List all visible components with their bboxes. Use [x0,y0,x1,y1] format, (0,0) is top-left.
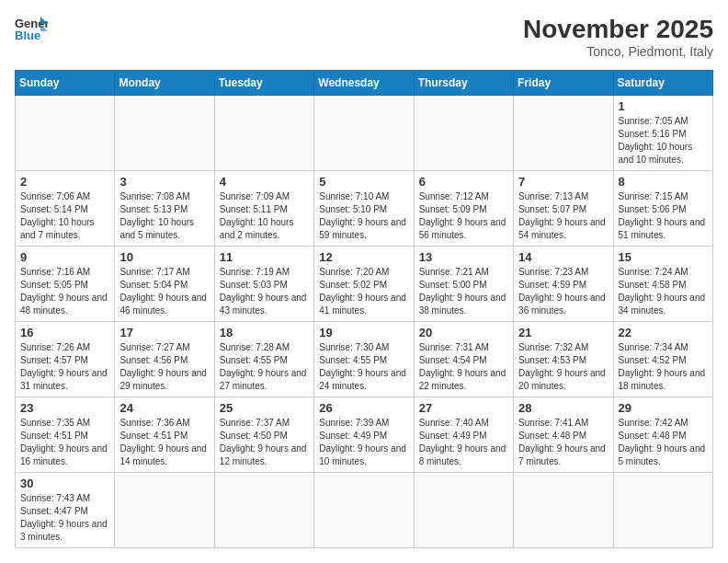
day-number-17: 17 [119,326,209,339]
day-info-5: Sunrise: 7:10 AMSunset: 5:10 PMDaylight:… [319,190,408,242]
empty-cell [414,96,513,171]
month-title: November 2025 [523,15,713,44]
header-wednesday: Wednesday [314,71,414,96]
day-cell-29: 29 Sunrise: 7:42 AMSunset: 4:48 PMDaylig… [613,397,712,473]
day-cell-30: 30 Sunrise: 7:43 AMSunset: 4:47 PMDaylig… [16,473,115,548]
day-number-23: 23 [20,401,109,415]
day-cell-9: 9 Sunrise: 7:16 AMSunset: 5:05 PMDayligh… [16,247,115,322]
day-info-8: Sunrise: 7:15 AMSunset: 5:06 PMDaylight:… [619,190,708,242]
day-cell-12: 12 Sunrise: 7:20 AMSunset: 5:02 PMDaylig… [314,247,414,322]
week-row: 16 Sunrise: 7:26 AMSunset: 4:57 PMDaylig… [16,322,713,397]
empty-cell [314,473,414,548]
day-info-13: Sunrise: 7:21 AMSunset: 5:00 PMDaylight:… [419,266,508,317]
day-number-3: 3 [119,175,209,189]
day-cell-15: 15 Sunrise: 7:24 AMSunset: 4:58 PMDaylig… [613,247,712,322]
day-number-18: 18 [220,326,309,339]
day-info-26: Sunrise: 7:39 AMSunset: 4:49 PMDaylight:… [319,417,408,468]
location-title: Tonco, Piedmont, Italy [523,44,713,59]
week-row: 2 Sunrise: 7:06 AMSunset: 5:14 PMDayligh… [16,171,713,247]
day-cell-20: 20 Sunrise: 7:31 AMSunset: 4:54 PMDaylig… [414,322,513,397]
day-number-12: 12 [319,250,408,264]
day-number-29: 29 [619,401,708,415]
day-cell-21: 21 Sunrise: 7:32 AMSunset: 4:53 PMDaylig… [514,322,613,397]
day-info-29: Sunrise: 7:42 AMSunset: 4:48 PMDaylight:… [619,417,708,468]
day-number-16: 16 [20,326,109,339]
day-number-15: 15 [619,250,708,264]
day-info-3: Sunrise: 7:08 AMSunset: 5:13 PMDaylight:… [119,190,209,242]
day-number-24: 24 [119,401,209,415]
day-cell-11: 11 Sunrise: 7:19 AMSunset: 5:03 PMDaylig… [214,247,313,322]
day-info-7: Sunrise: 7:13 AMSunset: 5:07 PMDaylight:… [518,190,608,242]
day-info-25: Sunrise: 7:37 AMSunset: 4:50 PMDaylight:… [220,417,309,468]
day-number-11: 11 [220,250,309,264]
day-number-22: 22 [619,326,708,339]
day-info-14: Sunrise: 7:23 AMSunset: 4:59 PMDaylight:… [518,266,608,317]
day-info-2: Sunrise: 7:06 AMSunset: 5:14 PMDaylight:… [20,190,109,242]
week-row-1: 1 Sunrise: 7:05 AMSunset: 5:16 PMDayligh… [16,96,713,171]
day-cell-22: 22 Sunrise: 7:34 AMSunset: 4:52 PMDaylig… [613,322,712,397]
empty-cell [214,96,313,171]
day-number-13: 13 [419,250,508,264]
empty-cell [214,473,313,548]
day-cell-24: 24 Sunrise: 7:36 AMSunset: 4:51 PMDaylig… [115,397,214,473]
empty-cell [414,473,513,548]
day-info-23: Sunrise: 7:35 AMSunset: 4:51 PMDaylight:… [20,417,109,468]
empty-cell [115,473,214,548]
header-friday: Friday [514,71,613,96]
day-cell-2: 2 Sunrise: 7:06 AMSunset: 5:14 PMDayligh… [16,171,115,247]
day-info-12: Sunrise: 7:20 AMSunset: 5:02 PMDaylight:… [319,266,408,317]
day-info-24: Sunrise: 7:36 AMSunset: 4:51 PMDaylight:… [119,417,209,468]
day-number-30: 30 [20,477,109,490]
empty-cell [16,96,115,171]
empty-cell [314,96,414,171]
day-info-6: Sunrise: 7:12 AMSunset: 5:09 PMDaylight:… [419,190,508,242]
day-info-22: Sunrise: 7:34 AMSunset: 4:52 PMDaylight:… [619,341,708,393]
day-info-1: Sunrise: 7:05 AMSunset: 5:16 PMDaylight:… [619,115,708,167]
day-info-19: Sunrise: 7:30 AMSunset: 4:55 PMDaylight:… [319,341,408,393]
day-cell-7: 7 Sunrise: 7:13 AMSunset: 5:07 PMDayligh… [514,171,613,247]
day-number-27: 27 [419,401,508,415]
day-cell-25: 25 Sunrise: 7:37 AMSunset: 4:50 PMDaylig… [214,397,313,473]
empty-cell [514,96,613,171]
day-cell-26: 26 Sunrise: 7:39 AMSunset: 4:49 PMDaylig… [314,397,414,473]
page-header: General Blue November 2025 Tonco, Piedmo… [15,15,713,59]
day-number-4: 4 [220,175,309,189]
day-number-2: 2 [20,175,109,189]
day-number-6: 6 [419,175,508,189]
calendar-table: Sunday Monday Tuesday Wednesday Thursday… [15,70,713,548]
day-info-17: Sunrise: 7:27 AMSunset: 4:56 PMDaylight:… [119,341,209,393]
weekday-header-row: Sunday Monday Tuesday Wednesday Thursday… [16,71,713,96]
empty-cell [115,96,214,171]
header-sunday: Sunday [16,71,115,96]
empty-cell [514,473,613,548]
day-cell-28: 28 Sunrise: 7:41 AMSunset: 4:48 PMDaylig… [514,397,613,473]
day-number-19: 19 [319,326,408,339]
week-row: 30 Sunrise: 7:43 AMSunset: 4:47 PMDaylig… [16,473,713,548]
logo-icon: General Blue [15,15,48,40]
day-cell-14: 14 Sunrise: 7:23 AMSunset: 4:59 PMDaylig… [514,247,613,322]
day-info-10: Sunrise: 7:17 AMSunset: 5:04 PMDaylight:… [119,266,209,317]
day-number-7: 7 [518,175,608,189]
day-cell-16: 16 Sunrise: 7:26 AMSunset: 4:57 PMDaylig… [16,322,115,397]
day-cell-1: 1 Sunrise: 7:05 AMSunset: 5:16 PMDayligh… [613,96,712,171]
day-number-5: 5 [319,175,408,189]
day-number-14: 14 [518,250,608,264]
day-cell-19: 19 Sunrise: 7:30 AMSunset: 4:55 PMDaylig… [314,322,414,397]
day-cell-13: 13 Sunrise: 7:21 AMSunset: 5:00 PMDaylig… [414,247,513,322]
empty-cell [613,473,712,548]
day-info-20: Sunrise: 7:31 AMSunset: 4:54 PMDaylight:… [419,341,508,393]
title-block: November 2025 Tonco, Piedmont, Italy [523,15,713,59]
day-cell-5: 5 Sunrise: 7:10 AMSunset: 5:10 PMDayligh… [314,171,414,247]
header-saturday: Saturday [613,71,712,96]
day-info-28: Sunrise: 7:41 AMSunset: 4:48 PMDaylight:… [518,417,608,468]
day-info-16: Sunrise: 7:26 AMSunset: 4:57 PMDaylight:… [20,341,109,393]
header-tuesday: Tuesday [214,71,313,96]
header-thursday: Thursday [414,71,513,96]
day-cell-18: 18 Sunrise: 7:28 AMSunset: 4:55 PMDaylig… [214,322,313,397]
day-cell-10: 10 Sunrise: 7:17 AMSunset: 5:04 PMDaylig… [115,247,214,322]
header-monday: Monday [115,71,214,96]
day-number-20: 20 [419,326,508,339]
week-row: 23 Sunrise: 7:35 AMSunset: 4:51 PMDaylig… [16,397,713,473]
day-info-4: Sunrise: 7:09 AMSunset: 5:11 PMDaylight:… [220,190,309,242]
day-cell-23: 23 Sunrise: 7:35 AMSunset: 4:51 PMDaylig… [16,397,115,473]
